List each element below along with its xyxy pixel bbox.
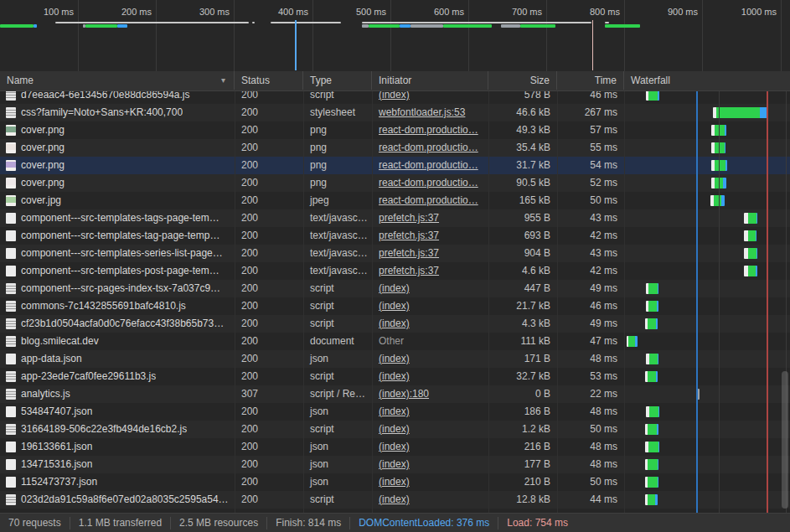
network-request-row[interactable]: blog.smilecat.dev200documentOther111 kB4… [0,333,790,350]
request-name-cell: component---src-pages-index-tsx-7a037c9… [0,280,235,297]
request-name: cf23b1d0504acfa0d0c76efacc43f38b65b73… [21,315,224,333]
network-request-row[interactable]: cover.jpg200jpegreact-dom.productio…165 … [0,192,790,209]
network-request-row[interactable]: 1152473737.json200json(index)210 B50 ms [0,473,790,491]
network-request-row[interactable]: cf23b1d0504acfa0d0c76efacc43f38b65b73…20… [0,315,790,333]
waterfall-segment-b [656,318,658,329]
status-cell: 200 [235,350,303,368]
initiator-link[interactable]: react-dom.productio… [379,194,478,206]
initiator-link[interactable]: (index) [379,458,410,470]
waterfall-segment-g [748,266,756,276]
type-cell: text/javasc… [303,227,372,245]
network-request-row[interactable]: 534847407.json200json(index)186 B48 ms [0,403,790,421]
network-panel: 100 ms200 ms300 ms400 ms500 ms600 ms700 … [0,0,790,532]
column-header-initiator[interactable]: Initiator [372,71,488,90]
waterfall-bar [710,195,725,206]
request-name-cell: 196133661.json [0,438,235,456]
initiator-link[interactable]: react-dom.productio… [379,124,478,136]
waterfall-bar [646,283,658,294]
network-request-row[interactable]: component---src-templates-tag-page-temp…… [0,227,790,245]
initiator-link[interactable]: (index) [379,493,410,505]
time-cell: 48 ms [557,403,624,421]
initiator-cell: (index) [372,280,488,297]
network-overview-timeline[interactable]: 100 ms200 ms300 ms400 ms500 ms600 ms700 … [0,0,790,72]
initiator-link[interactable]: prefetch.js:37 [379,247,439,259]
dom-content-loaded-summary: DOMContentLoaded: 376 ms [350,517,498,529]
size-cell: 165 kB [488,192,557,209]
initiator-link[interactable]: react-dom.productio… [379,177,478,189]
file-icon [6,354,16,364]
overview-request-bar [85,24,117,28]
status-cell: 200 [235,262,303,280]
network-request-row[interactable]: analytics.js307script / Re…(index):1800 … [0,385,790,403]
waterfall-segment-b [658,283,658,294]
initiator-link[interactable]: (index) [379,370,410,382]
network-request-row[interactable]: cover.png200pngreact-dom.productio…31.7 … [0,157,790,174]
summary-item: 1.1 MB transferred [70,517,171,529]
request-name: cover.png [21,157,65,174]
initiator-link[interactable]: (index) [379,476,410,488]
initiator-link[interactable]: (index):180 [379,388,429,400]
network-request-row[interactable]: app-data.json200json(index)171 B48 ms [0,350,790,368]
initiator-link[interactable]: react-dom.productio… [379,142,478,153]
overview-request-bar [605,24,640,28]
initiator-link[interactable]: webfontloader.js:53 [379,106,465,118]
initiator-link[interactable]: (index) [379,318,410,329]
overview-request-bar [520,24,555,28]
initiator-cell: react-dom.productio… [372,139,488,157]
initiator-link[interactable]: prefetch.js:37 [379,265,439,276]
size-cell: 4.3 kB [488,315,557,333]
request-name: component---src-templates-tag-page-temp… [21,227,219,245]
initiator-link[interactable]: react-dom.productio… [379,159,478,171]
initiator-link[interactable]: (index) [379,441,410,452]
request-name-cell: analytics.js [0,385,235,403]
network-request-row[interactable]: commons-7c1432855691bafc4810.js200script… [0,297,790,315]
ruler-gridline [468,0,469,71]
network-request-row[interactable]: cover.png200pngreact-dom.productio…49.3 … [0,121,790,139]
network-request-row[interactable]: component---src-pages-index-tsx-7a037c9…… [0,280,790,297]
network-request-row[interactable]: app-23ede7caf0fee29611b3.js200script(ind… [0,368,790,385]
initiator-link[interactable]: prefetch.js:37 [379,230,439,241]
image-thumbnail-icon [6,178,16,189]
column-header-waterfall[interactable]: Waterfall [624,71,790,90]
type-cell: script [303,280,372,297]
network-summary-bar: 70 requests1.1 MB transferred2.5 MB reso… [0,513,790,532]
request-name-cell: cover.png [0,157,235,174]
scrollbar-thumb[interactable] [782,371,788,509]
column-header-name[interactable]: Name▾ [0,71,235,90]
column-header-label: Waterfall [631,75,670,86]
network-request-row[interactable]: css?family=Noto+Sans+KR:400,700200styles… [0,104,790,121]
document-icon [6,336,16,347]
initiator-cell: react-dom.productio… [372,121,488,139]
network-request-row[interactable]: 134715316.json200json(index)177 B48 ms [0,456,790,473]
initiator-link[interactable]: (index) [379,423,410,435]
column-header-size[interactable]: Size [488,71,557,90]
initiator-link[interactable]: (index) [379,353,410,364]
initiator-link[interactable]: prefetch.js:37 [379,212,439,224]
document-icon [6,371,16,382]
request-name-cell: 023d2da91c59a8f6e07ed02a8035c2595a54… [0,491,235,509]
network-request-row[interactable]: component---src-templates-series-list-pa… [0,245,790,262]
waterfall-segment-b [658,477,658,488]
type-cell: text/javasc… [303,262,372,280]
request-name: component---src-templates-series-list-pa… [21,245,223,262]
network-request-row[interactable]: cover.png200pngreact-dom.productio…90.5 … [0,174,790,192]
time-cell: 50 ms [557,421,624,438]
request-name: analytics.js [21,385,70,403]
document-icon [6,389,16,400]
size-cell: 21.7 kB [488,297,557,315]
column-header-time[interactable]: Time [557,71,624,90]
time-cell: 52 ms [557,174,624,192]
initiator-link[interactable]: (index) [379,282,410,294]
request-name: 196133661.json [21,438,92,456]
initiator-link[interactable]: (index) [379,405,410,417]
column-header-type[interactable]: Type [303,71,372,90]
network-request-row[interactable]: cover.png200pngreact-dom.productio…35.4 … [0,139,790,157]
network-request-row[interactable]: component---src-templates-post-page-tem…… [0,262,790,280]
network-request-row[interactable]: 023d2da91c59a8f6e07ed02a8035c2595a54…200… [0,491,790,509]
initiator-link[interactable]: (index) [379,300,410,312]
network-request-row[interactable]: component---src-templates-tags-page-tem…… [0,209,790,227]
column-header-status[interactable]: Status [235,71,303,90]
network-request-row[interactable]: 31664189-506c22e3fb494de16cb2.js200scrip… [0,421,790,438]
type-cell: script [303,421,372,438]
network-request-row[interactable]: 196133661.json200json(index)216 B48 ms [0,438,790,456]
